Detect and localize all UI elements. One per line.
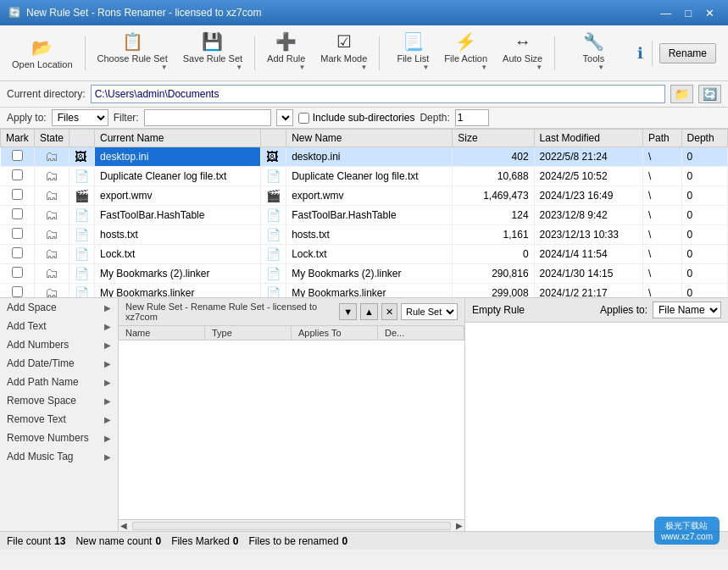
close-button[interactable]: ✕ (700, 5, 720, 21)
tools-button[interactable]: 🔧 Tools ▼ (560, 29, 611, 77)
directory-input[interactable] (91, 85, 665, 103)
col-state[interactable]: State (35, 130, 69, 147)
bottom-panel: Add Space ▶ Add Text ▶ Add Numbers ▶ Add… (0, 298, 728, 531)
state-cell: 🗂 (35, 225, 69, 245)
mark-cell[interactable] (1, 225, 35, 245)
filter-type-select[interactable]: ▼ (276, 109, 293, 126)
rule-add-music-tag[interactable]: Add Music Tag ▶ (0, 447, 118, 466)
new-name-cell[interactable]: hosts.txt (286, 225, 453, 245)
new-name-cell[interactable]: My Bookmarks (2).linker (286, 264, 453, 284)
auto-size-button[interactable]: ↔ Auto Size ▼ (496, 30, 549, 77)
rule-up-button[interactable]: ▲ (360, 303, 378, 320)
current-name-cell[interactable]: Duplicate Cleaner log file.txt (95, 167, 261, 186)
add-rule-arrow: ▼ (298, 64, 305, 71)
rule-set-title: New Rule Set - Rename Rule Set - license… (125, 302, 336, 322)
col-de: De... (378, 326, 464, 340)
mark-cell[interactable] (1, 264, 35, 284)
scrollbar-track[interactable] (132, 522, 451, 530)
file-action-button[interactable]: ⚡ File Action ▼ (437, 29, 494, 77)
col-modified[interactable]: Last Modified (534, 130, 643, 147)
new-name-cell[interactable]: FastToolBar.HashTable (286, 206, 453, 225)
col-path[interactable]: Path (643, 130, 682, 147)
current-name-cell[interactable]: export.wmv (95, 186, 261, 206)
rule-remove-space[interactable]: Remove Space ▶ (0, 391, 118, 410)
rule-delete-button[interactable]: ✕ (381, 303, 397, 320)
info-button[interactable]: ℹ (634, 41, 647, 66)
file-list-button[interactable]: 📃 File List ▼ (385, 29, 436, 77)
mark-cell[interactable] (1, 147, 35, 167)
rule-label-add-datetime: Add Date/Time (7, 357, 75, 369)
save-rule-set-button[interactable]: 💾 Save Rule Set ▼ (176, 29, 249, 77)
mark-cell[interactable] (1, 284, 35, 299)
new-name-count-label: New name count (75, 535, 152, 547)
new-name-cell[interactable]: Duplicate Cleaner log file.txt (286, 167, 453, 186)
rule-remove-text[interactable]: Remove Text ▶ (0, 410, 118, 429)
apply-to-select[interactable]: Files Folders Both (52, 109, 108, 126)
table-row[interactable]: 🗂 📄 My Bookmarks (2).linker 📄 My Bookmar… (1, 264, 728, 284)
table-row[interactable]: 🗂 🖼 desktop.ini 🖼 desktop.ini 402 2022/5… (1, 147, 728, 167)
to-be-renamed-label: Files to be renamed (249, 535, 339, 547)
mark-cell[interactable] (1, 167, 35, 186)
add-rule-button[interactable]: ➕ Add Rule ▼ (260, 29, 312, 77)
title-bar-controls[interactable]: — □ ✕ (655, 5, 720, 21)
current-name-cell[interactable]: Lock.txt (95, 245, 261, 264)
mark-mode-button[interactable]: ☑ Mark Mode ▼ (314, 29, 374, 77)
col-size[interactable]: Size (453, 130, 534, 147)
table-row[interactable]: 🗂 📄 Duplicate Cleaner log file.txt 📄 Dup… (1, 167, 728, 186)
filter-input[interactable] (144, 109, 271, 126)
current-name-cell[interactable]: desktop.ini (95, 147, 261, 167)
applies-to-select[interactable]: File Name Full Name Extension Path (653, 302, 721, 318)
table-row[interactable]: 🗂 📄 My Bookmarks.linker 📄 My Bookmarks.l… (1, 284, 728, 299)
auto-size-label: Auto Size (503, 53, 542, 64)
choose-rule-set-button[interactable]: 📋 Choose Rule Set ▼ (91, 29, 175, 77)
table-row[interactable]: 🗂 🎬 export.wmv 🎬 export.wmv 1,469,473 20… (1, 186, 728, 206)
current-name-cell[interactable]: My Bookmarks.linker (95, 284, 261, 299)
col-mark[interactable]: Mark (1, 130, 35, 147)
modified-cell: 2024/1/30 14:15 (534, 264, 643, 284)
current-name-cell[interactable]: My Bookmarks (2).linker (95, 264, 261, 284)
rule-remove-numbers[interactable]: Remove Numbers ▶ (0, 429, 118, 447)
state-cell: 🗂 (35, 147, 69, 167)
rule-label-add-music-tag: Add Music Tag (7, 451, 74, 462)
ruleset-dropdown[interactable]: Rule Set (401, 303, 458, 320)
col-depth[interactable]: Depth (681, 130, 727, 147)
scroll-left-button[interactable]: ◀ (119, 521, 129, 530)
rule-down-button[interactable]: ▼ (339, 303, 357, 320)
browse-button[interactable]: 📁 (670, 85, 693, 103)
applies-to-label: Applies to: (600, 304, 647, 316)
refresh-button[interactable]: 🔄 (698, 85, 721, 103)
new-name-cell[interactable]: My Bookmarks.linker (286, 284, 453, 299)
mark-cell[interactable] (1, 206, 35, 225)
depth-cell: 0 (681, 284, 727, 299)
table-row[interactable]: 🗂 📄 hosts.txt 📄 hosts.txt 1,161 2023/12/… (1, 225, 728, 245)
open-location-button[interactable]: 📂 Open Location (5, 35, 80, 72)
choose-rule-set-arrow: ▼ (161, 64, 168, 71)
rule-list-scrollbar[interactable]: ◀ ▶ (119, 519, 464, 531)
table-row[interactable]: 🗂 📄 Lock.txt 📄 Lock.txt 0 2024/1/4 11:54… (1, 245, 728, 264)
depth-label: Depth: (420, 112, 449, 124)
include-subdirs-checkbox[interactable] (298, 113, 309, 124)
col-current-name[interactable]: Current Name (95, 130, 261, 147)
rename-button[interactable]: Rename (659, 43, 716, 64)
rule-add-text[interactable]: Add Text ▶ (0, 317, 118, 335)
mark-cell[interactable] (1, 245, 35, 264)
minimize-button[interactable]: — (655, 5, 676, 21)
depth-input[interactable] (455, 109, 489, 126)
rule-add-datetime[interactable]: Add Date/Time ▶ (0, 354, 118, 373)
rule-add-path-name[interactable]: Add Path Name ▶ (0, 373, 118, 391)
current-name-cell[interactable]: FastToolBar.HashTable (95, 206, 261, 225)
current-name-cell[interactable]: hosts.txt (95, 225, 261, 245)
mark-cell[interactable] (1, 186, 35, 206)
rule-add-space[interactable]: Add Space ▶ (0, 298, 118, 317)
scroll-right-button[interactable]: ▶ (454, 521, 464, 530)
col-new-name[interactable]: New Name (286, 130, 453, 147)
open-location-icon: 📂 (31, 37, 53, 58)
rule-add-numbers[interactable]: Add Numbers ▶ (0, 335, 118, 354)
rule-config-panel: Empty Rule Applies to: File Name Full Na… (465, 298, 728, 531)
new-name-cell[interactable]: desktop.ini (286, 147, 453, 167)
rule-list-panel: New Rule Set - Rename Rule Set - license… (119, 298, 465, 531)
new-name-cell[interactable]: export.wmv (286, 186, 453, 206)
maximize-button[interactable]: □ (680, 5, 697, 21)
new-name-cell[interactable]: Lock.txt (286, 245, 453, 264)
table-row[interactable]: 🗂 📄 FastToolBar.HashTable 📄 FastToolBar.… (1, 206, 728, 225)
